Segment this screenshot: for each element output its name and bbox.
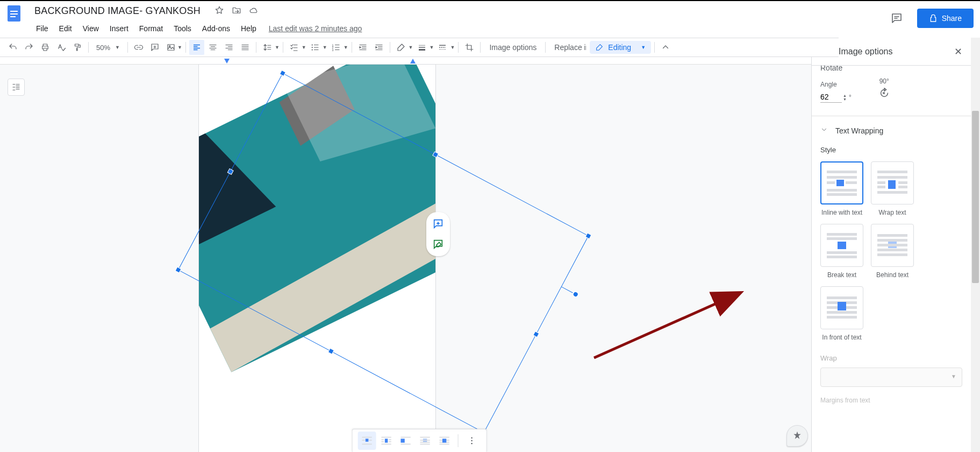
- last-edit-link[interactable]: Last edit was 2 minutes ago: [269, 24, 362, 33]
- svg-rect-55: [827, 171, 857, 173]
- align-left-icon[interactable]: [189, 40, 204, 55]
- margins-label: Margins from text: [820, 397, 962, 404]
- bullet-list-dropdown[interactable]: ▼: [307, 40, 327, 55]
- wrap-dropdown[interactable]: [820, 368, 962, 387]
- menu-edit[interactable]: Edit: [54, 22, 77, 35]
- wrap-behind-icon[interactable]: [416, 432, 434, 450]
- svg-rect-48: [439, 444, 449, 445]
- replace-image-button[interactable]: Replace image: [549, 43, 586, 52]
- svg-rect-65: [877, 186, 885, 188]
- sidebar-scrollbar[interactable]: [971, 38, 980, 452]
- svg-rect-72: [838, 242, 846, 249]
- svg-rect-27: [362, 440, 365, 441]
- border-weight-dropdown[interactable]: ▼: [414, 40, 434, 55]
- toolbar: 50%▼ ▼ ▼ ▼ ▼ 123▼ ▼ ▼ ▼ Image options Re…: [0, 38, 839, 57]
- wrap-text-icon[interactable]: [377, 432, 395, 450]
- indent-decrease-icon[interactable]: [355, 40, 370, 55]
- move-icon[interactable]: [232, 5, 241, 17]
- zoom-select[interactable]: 50%▼: [92, 44, 124, 52]
- print-icon[interactable]: [38, 40, 53, 55]
- position-options-icon[interactable]: [462, 432, 481, 450]
- svg-rect-85: [827, 316, 857, 319]
- svg-rect-42: [420, 440, 430, 441]
- text-wrapping-section[interactable]: Text Wrapping: [820, 116, 962, 144]
- star-icon[interactable]: [214, 5, 224, 17]
- open-comments-icon[interactable]: [886, 8, 907, 29]
- right-indent-marker[interactable]: [410, 58, 416, 65]
- svg-rect-56: [827, 176, 857, 179]
- border-color-dropdown[interactable]: ▼: [394, 40, 413, 55]
- show-outline-icon[interactable]: [8, 79, 25, 96]
- svg-rect-78: [877, 244, 907, 246]
- svg-rect-63: [877, 176, 907, 179]
- redo-icon[interactable]: [22, 40, 37, 55]
- angle-input[interactable]: [820, 91, 842, 103]
- svg-rect-36: [384, 439, 388, 442]
- indent-increase-icon[interactable]: [371, 40, 387, 55]
- undo-icon[interactable]: [5, 40, 20, 55]
- menu-help[interactable]: Help: [236, 22, 261, 35]
- crop-icon[interactable]: [462, 40, 477, 55]
- add-comment-icon[interactable]: [147, 40, 162, 55]
- numbered-list-dropdown[interactable]: 123▼: [328, 40, 348, 55]
- cloud-status-icon[interactable]: [249, 5, 259, 17]
- svg-rect-84: [827, 311, 857, 314]
- menu-file[interactable]: File: [31, 22, 53, 35]
- close-sidebar-icon[interactable]: ✕: [954, 46, 962, 58]
- svg-rect-38: [400, 444, 410, 445]
- svg-rect-30: [381, 437, 391, 438]
- menu-tools[interactable]: Tools: [169, 22, 196, 35]
- align-center-icon[interactable]: [205, 40, 220, 55]
- share-button[interactable]: Share: [917, 9, 974, 28]
- wrap-front-icon[interactable]: [435, 432, 453, 450]
- wrap-opt-break[interactable]: Break text: [820, 224, 863, 279]
- spellcheck-icon[interactable]: [54, 40, 69, 55]
- svg-rect-59: [846, 181, 857, 184]
- svg-rect-26: [362, 444, 371, 445]
- document-canvas[interactable]: [0, 57, 811, 452]
- doc-title[interactable]: BACKGROUND IMAGE- GYANKOSH: [31, 4, 204, 18]
- menu-insert[interactable]: Insert: [105, 22, 133, 35]
- wrap-opt-inline[interactable]: Inline with text: [820, 161, 863, 216]
- svg-rect-57: [827, 181, 835, 184]
- left-indent-marker[interactable]: [224, 58, 230, 65]
- menu-view[interactable]: View: [78, 22, 104, 35]
- border-dash-dropdown[interactable]: ▼: [435, 40, 455, 55]
- ruler[interactable]: [0, 57, 811, 65]
- collapse-toolbar-icon[interactable]: [658, 40, 673, 55]
- line-spacing-dropdown[interactable]: ▼: [260, 40, 280, 55]
- image-options-button[interactable]: Image options: [484, 43, 542, 52]
- add-comment-icon[interactable]: [428, 214, 448, 234]
- svg-rect-64: [877, 181, 885, 184]
- svg-rect-17: [585, 233, 591, 239]
- align-justify-icon[interactable]: [238, 40, 253, 55]
- docs-logo-icon[interactable]: [3, 2, 25, 24]
- angle-stepper[interactable]: ▲▼: [843, 94, 847, 101]
- wrap-opt-behind[interactable]: Behind text: [871, 224, 914, 279]
- svg-rect-66: [888, 180, 896, 189]
- rotate-90-icon[interactable]: [878, 87, 890, 101]
- wrap-style-grid: Inline with text Wrap text Break text Be…: [820, 161, 962, 341]
- svg-rect-62: [877, 171, 907, 173]
- share-label: Share: [942, 14, 962, 23]
- svg-rect-76: [877, 234, 907, 237]
- menu-addons[interactable]: Add-ons: [197, 22, 235, 35]
- editing-mode-pill[interactable]: Editing ▼: [590, 41, 651, 54]
- menu-format[interactable]: Format: [134, 22, 168, 35]
- wrap-opt-wrap[interactable]: Wrap text: [871, 161, 914, 216]
- angle-label: Angle: [820, 81, 852, 88]
- suggest-edits-icon[interactable]: [428, 235, 448, 254]
- insert-image-dropdown[interactable]: ▼: [163, 40, 182, 55]
- wrap-break-icon[interactable]: [396, 432, 414, 450]
- paint-format-icon[interactable]: [70, 40, 85, 55]
- link-icon[interactable]: [131, 40, 146, 55]
- image-wrap-toolbar: [352, 429, 487, 452]
- wrap-inline-icon[interactable]: [357, 432, 376, 450]
- checklist-dropdown[interactable]: ▼: [287, 40, 306, 55]
- wrap-opt-front[interactable]: In front of text: [820, 286, 863, 341]
- align-right-icon[interactable]: [221, 40, 237, 55]
- explore-button[interactable]: [786, 425, 808, 447]
- selected-image[interactable]: [199, 65, 435, 372]
- wrap-label: Wrap: [820, 354, 962, 362]
- svg-rect-69: [877, 191, 907, 194]
